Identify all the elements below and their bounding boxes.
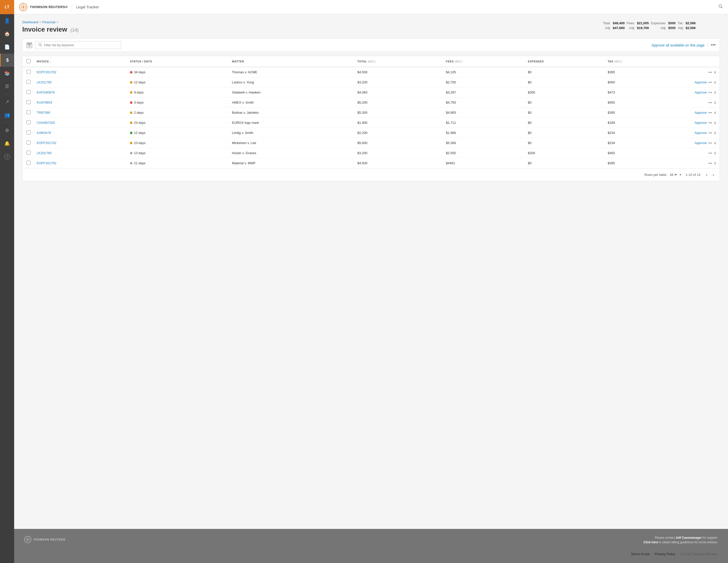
row-checkbox-cell: [22, 118, 34, 128]
invoice-link[interactable]: LK201765: [37, 151, 52, 155]
invoice-link[interactable]: TR97590: [37, 111, 50, 115]
row-more-button[interactable]: •••: [708, 91, 712, 95]
sidebar-item-document[interactable]: 📄: [0, 40, 14, 54]
table-row: EOFF201702 23 days Mickelsen v. Lee $5,6…: [22, 138, 720, 148]
row-checkbox[interactable]: [27, 70, 31, 74]
row-checkbox[interactable]: [27, 110, 31, 114]
row-checkbox[interactable]: [27, 161, 31, 165]
row-expand-button[interactable]: ∨: [714, 120, 717, 125]
row-checkbox[interactable]: [27, 141, 31, 145]
approve-button[interactable]: Approve: [695, 121, 707, 125]
approve-button[interactable]: Approve: [695, 141, 707, 145]
row-more-button[interactable]: •••: [708, 141, 712, 145]
stats-total-value: $48,400: [613, 21, 625, 25]
th-invoice: INVOICE ↓: [34, 56, 127, 67]
svg-point-14: [27, 539, 29, 540]
select-all-checkbox[interactable]: [27, 59, 31, 63]
approve-all-button[interactable]: Approve all available on this page: [652, 43, 704, 47]
th-status: STATUS / DAYS: [127, 56, 229, 67]
row-more-button[interactable]: •••: [708, 101, 712, 105]
stats-adj-total: $47,660: [613, 26, 625, 30]
sidebar-item-notifications[interactable]: 🔔: [0, 137, 14, 150]
sidebar-item-books[interactable]: 📚: [0, 67, 14, 80]
row-more-button[interactable]: •••: [708, 121, 712, 125]
row-more-button[interactable]: •••: [708, 70, 712, 74]
sidebar-logo[interactable]: LT: [0, 0, 14, 14]
row-total: $4,060: [354, 87, 443, 98]
row-expand-button[interactable]: ∨: [714, 141, 717, 145]
row-invoice: EOFF201702: [34, 158, 127, 168]
search-input[interactable]: [44, 43, 118, 47]
trend-icon: ↗: [5, 99, 9, 105]
row-checkbox[interactable]: [27, 100, 31, 104]
sidebar-item-help[interactable]: ?: [0, 150, 14, 163]
approve-button[interactable]: Approve: [695, 91, 707, 94]
approve-button[interactable]: Approve: [695, 131, 707, 135]
invoice-link[interactable]: LK201765: [37, 80, 52, 84]
invoice-link[interactable]: EOFF201702: [37, 161, 56, 165]
row-expand-button[interactable]: ∨: [714, 100, 717, 105]
approve-button[interactable]: Approve: [695, 80, 707, 84]
invoice-link[interactable]: EAFG00876: [37, 91, 55, 94]
row-checkbox[interactable]: [27, 80, 31, 84]
row-more-button[interactable]: •••: [708, 151, 712, 155]
topbar-search-icon[interactable]: [718, 4, 723, 10]
row-expand-button[interactable]: ∨: [714, 110, 717, 115]
sidebar-item-trend[interactable]: ↗: [0, 95, 14, 108]
row-more-button[interactable]: •••: [708, 111, 712, 115]
status-dot: [130, 81, 132, 84]
sidebar-item-financial[interactable]: $: [0, 54, 14, 67]
breadcrumb-sep-2: >: [56, 20, 58, 24]
row-expand-button[interactable]: ∨: [714, 151, 717, 155]
terms-of-use-link[interactable]: Terms of use: [631, 552, 650, 556]
rows-dropdown-icon: ▼: [679, 173, 682, 176]
th-actions: [679, 56, 720, 67]
row-more-button[interactable]: •••: [708, 131, 712, 135]
row-expand-button[interactable]: ∨: [714, 80, 717, 85]
breadcrumb-dashboard[interactable]: Dashboard: [22, 20, 38, 24]
row-more-button[interactable]: •••: [708, 161, 712, 165]
invoice-link[interactable]: EOFF201702: [37, 141, 56, 145]
invoice-link[interactable]: CGH087320: [37, 121, 55, 125]
invoice-link[interactable]: EOFF201702: [37, 70, 56, 74]
status-dot: [130, 91, 132, 94]
row-expand-button[interactable]: ∨: [714, 161, 717, 166]
sidebar-item-user[interactable]: 👤: [0, 14, 14, 27]
breadcrumb-financial[interactable]: Financial: [42, 20, 55, 24]
row-checkbox[interactable]: [27, 120, 31, 124]
row-tax: $473: [605, 87, 679, 98]
row-checkbox[interactable]: [27, 151, 31, 155]
approve-button[interactable]: Approve: [695, 111, 707, 115]
filter-button[interactable]: [27, 42, 32, 48]
invoice-link[interactable]: KU978654: [37, 101, 52, 104]
row-expand-button[interactable]: ∨: [714, 130, 717, 135]
sidebar-item-settings[interactable]: ⚙: [0, 124, 14, 137]
status-dot: [130, 152, 132, 154]
row-checkbox[interactable]: [27, 90, 31, 94]
status-dot: [130, 122, 132, 124]
footer-billing-text: Click here to obtain billing guidelines …: [644, 540, 718, 544]
row-invoice: CGH087320: [34, 118, 127, 128]
row-more-button[interactable]: •••: [708, 80, 712, 84]
invoice-link[interactable]: IU993478: [37, 131, 51, 135]
row-expand-button[interactable]: ∨: [714, 70, 717, 75]
row-expand-button[interactable]: ∨: [714, 90, 717, 95]
prev-page-button[interactable]: ‹: [704, 172, 709, 178]
stats-expenses-value: $500: [668, 21, 675, 25]
footer-billing-link[interactable]: Click here: [644, 540, 658, 544]
sidebar-item-people[interactable]: 👥: [0, 108, 14, 122]
row-checkbox-cell: [22, 67, 34, 77]
th-tax: TAX (ADJ.): [605, 56, 679, 67]
stats-tax-value: $2,586: [686, 21, 696, 25]
sidebar-item-home[interactable]: 🏠: [0, 27, 14, 40]
row-checkbox[interactable]: [27, 130, 31, 135]
page-header-left: Dashboard > Financial > Invoice review (…: [22, 20, 603, 33]
privacy-policy-link[interactable]: Privacy Policy: [655, 552, 675, 556]
toolbar-more-button[interactable]: •••: [711, 42, 716, 48]
row-total: $1,900: [354, 118, 443, 128]
footer-bottom: Terms of use Privacy Policy © 2018 Thoms…: [24, 548, 718, 556]
rows-per-table-select[interactable]: 10 20 50: [669, 173, 678, 177]
next-page-button[interactable]: ›: [711, 172, 716, 178]
sidebar-item-list[interactable]: ☰: [0, 80, 14, 93]
row-expenses: $0: [525, 118, 605, 128]
